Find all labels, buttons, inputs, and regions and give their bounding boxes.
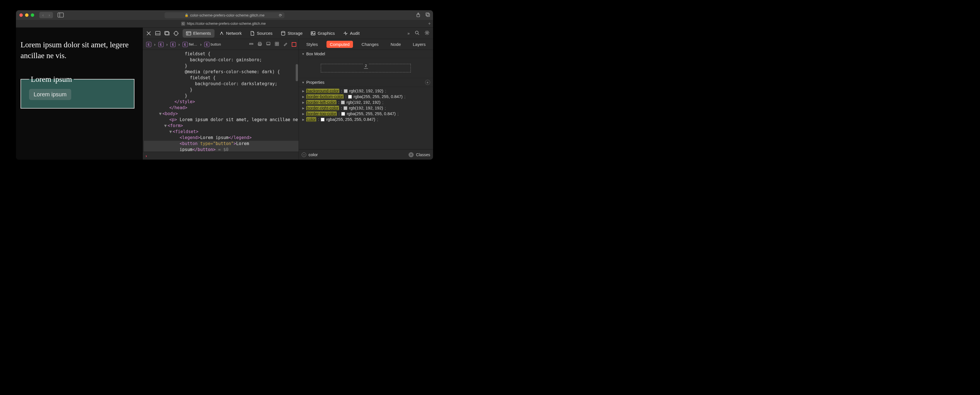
maximize-button[interactable] — [31, 13, 34, 17]
page-button[interactable]: Lorem ipsum — [29, 89, 71, 100]
compositing-icon[interactable] — [292, 42, 296, 47]
search-icon[interactable] — [415, 30, 419, 36]
svg-rect-32 — [275, 42, 277, 44]
tab-graphics[interactable]: Graphics — [307, 29, 338, 38]
lock-icon: 🔒 — [185, 13, 189, 17]
tab-changes[interactable]: Changes — [358, 41, 382, 48]
overflow-icon[interactable]: » — [407, 31, 410, 36]
svg-point-20 — [415, 31, 418, 34]
dom-breadcrumb-bar: E› E› E› Efiel…› Ebutton — [143, 39, 299, 50]
breadcrumb-item[interactable]: Efiel… — [181, 41, 199, 48]
inspect-icon[interactable] — [173, 31, 179, 36]
scrollbar[interactable] — [296, 64, 298, 81]
tab-node[interactable]: Node — [387, 41, 404, 48]
window-controls — [19, 13, 34, 17]
minimize-button[interactable] — [25, 13, 29, 17]
page-paragraph: Lorem ipsum dolor sit amet, legere ancil… — [21, 40, 138, 61]
nav-buttons: ‹ › — [39, 12, 53, 18]
property-row[interactable]: ▶ color: rgba(255, 255, 255, 0.847); — [301, 116, 431, 122]
svg-rect-34 — [275, 44, 277, 46]
svg-rect-33 — [277, 42, 278, 44]
tab-audit[interactable]: Audit — [339, 29, 363, 38]
breadcrumb-item[interactable]: E — [157, 41, 165, 48]
svg-rect-14 — [186, 32, 191, 35]
svg-rect-35 — [277, 44, 278, 46]
box-model: 2 — — [299, 58, 433, 78]
filter-row: ≡ ✕ Classes — [299, 149, 433, 159]
close-button[interactable] — [19, 13, 23, 17]
filter-funnel-icon[interactable]: ≡ — [302, 153, 306, 157]
sidepanel-tabs: Styles Computed Changes Node Layers — [299, 39, 433, 50]
page-legend: Lorem ipsum — [29, 75, 74, 84]
close-devtools-icon[interactable] — [146, 31, 151, 36]
address-host: color-scheme-prefers-color-scheme.glitch… — [190, 13, 265, 18]
svg-line-21 — [418, 33, 419, 35]
property-row[interactable]: ▶ border-top-color: rgba(255, 255, 255, … — [301, 111, 431, 116]
tab-title[interactable]: https://color-scheme-prefers-color-schem… — [187, 22, 266, 25]
property-row[interactable]: ▶ background-color: rgb(192, 192, 192); — [301, 88, 431, 94]
tab-storage[interactable]: Storage — [277, 29, 306, 38]
svg-rect-3 — [427, 14, 430, 16]
styles-side-panel: Styles Computed Changes Node Layers ▼ Bo… — [299, 39, 433, 159]
devtools-tabs: Elements Network Sources Storage — [183, 29, 363, 38]
chevron-right-icon: › — [146, 154, 147, 158]
device-icon[interactable] — [266, 41, 270, 47]
tab-layers[interactable]: Layers — [409, 41, 429, 48]
titlebar: ‹ › 🔒 color-scheme-prefers-color-scheme.… — [16, 10, 433, 20]
tab-favicon: C — [181, 22, 185, 25]
sidebar-toggle-icon[interactable] — [57, 13, 64, 18]
dock-popup-icon[interactable] — [164, 31, 170, 36]
property-row[interactable]: ▶ border-right-color: rgb(192, 192, 192)… — [301, 105, 431, 111]
breadcrumb-item[interactable]: Ebutton — [203, 41, 222, 48]
classes-button[interactable]: Classes — [416, 153, 430, 157]
paint-icon[interactable] — [283, 41, 288, 47]
tab-network[interactable]: Network — [216, 29, 245, 38]
forward-button[interactable]: › — [47, 13, 52, 18]
ruler-icon[interactable] — [249, 41, 253, 47]
svg-rect-5 — [156, 31, 160, 35]
properties-list: ▶ background-color: rgb(192, 192, 192);▶… — [299, 87, 433, 149]
filter-input[interactable] — [309, 152, 406, 157]
page-fieldset: Lorem ipsum Lorem ipsum — [21, 75, 134, 108]
dom-source[interactable]: fieldset { background-color: gainsboro; … — [143, 50, 299, 151]
page-form: Lorem ipsum Lorem ipsum — [21, 75, 138, 108]
svg-rect-4 — [426, 13, 429, 16]
grid-icon[interactable] — [275, 41, 279, 47]
properties-header[interactable]: ▼ Properties ≡ — [299, 78, 433, 87]
box-model-header[interactable]: ▼ Box Model — [299, 50, 433, 58]
devtools: Elements Network Sources Storage — [142, 28, 433, 159]
tab-styles[interactable]: Styles — [303, 41, 321, 48]
share-icon[interactable] — [416, 13, 420, 18]
address-bar[interactable]: 🔒 color-scheme-prefers-color-scheme.glit… — [165, 12, 285, 18]
gear-icon[interactable] — [425, 30, 430, 36]
svg-point-17 — [282, 31, 285, 32]
rendered-page: Lorem ipsum dolor sit amet, legere ancil… — [16, 28, 142, 159]
devtools-toolbar: Elements Network Sources Storage — [143, 28, 433, 39]
tab-sources[interactable]: Sources — [247, 29, 276, 38]
svg-rect-0 — [58, 13, 64, 17]
breadcrumb-item[interactable]: E — [169, 41, 177, 48]
tab-elements[interactable]: Elements — [183, 29, 215, 38]
dom-panel: E› E› E› Efiel…› Ebutton — [143, 39, 299, 159]
clear-filter-icon[interactable]: ✕ — [409, 152, 414, 157]
svg-point-19 — [312, 32, 313, 33]
tab-computed[interactable]: Computed — [326, 41, 353, 48]
new-tab-button[interactable]: + — [428, 21, 431, 26]
browser-tabbar: C https://color-scheme-prefers-color-sch… — [16, 20, 433, 28]
property-row[interactable]: ▶ border-bottom-color: rgba(255, 255, 25… — [301, 94, 431, 99]
console-prompt[interactable]: › — [143, 151, 299, 159]
breadcrumb-item[interactable]: E — [145, 41, 153, 48]
reload-icon[interactable]: ⟳ — [279, 13, 282, 18]
tabs-icon[interactable] — [426, 13, 430, 18]
browser-window: ‹ › 🔒 color-scheme-prefers-color-scheme.… — [16, 10, 433, 159]
filter-icon[interactable]: ≡ — [425, 80, 430, 85]
svg-point-22 — [426, 32, 428, 33]
property-row[interactable]: ▶ border-left-color: rgb(192, 192, 192); — [301, 99, 431, 105]
dock-bottom-icon[interactable] — [155, 31, 161, 36]
back-button[interactable]: ‹ — [40, 13, 46, 18]
print-icon[interactable] — [258, 41, 262, 47]
